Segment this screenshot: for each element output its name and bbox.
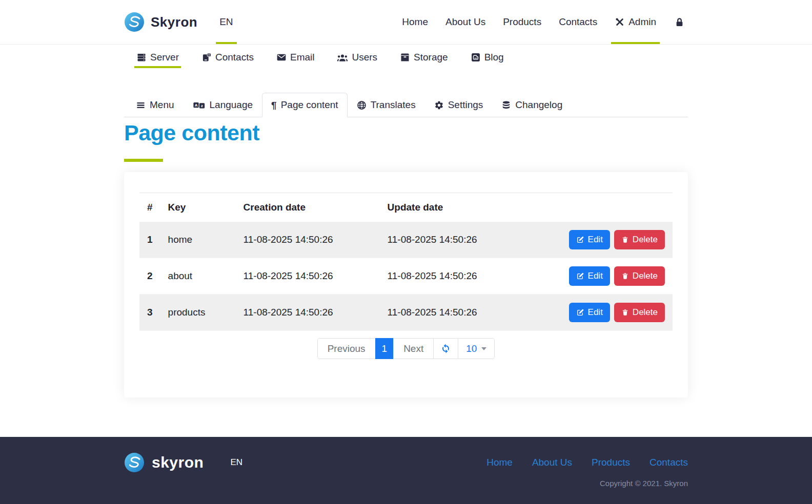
nav-item-home[interactable]: Home bbox=[395, 0, 435, 44]
admin-tabs: Menu A z Language ¶ Page content bbox=[124, 93, 688, 117]
footer-link-about-us[interactable]: About Us bbox=[532, 457, 572, 468]
tools-icon bbox=[615, 17, 625, 27]
footer: skyron EN Home About Us Products Contact… bbox=[0, 437, 812, 504]
trash-icon bbox=[621, 272, 629, 280]
tab-changelog[interactable]: Changelog bbox=[492, 93, 572, 117]
per-page-select[interactable]: 10 bbox=[458, 338, 495, 359]
delete-button[interactable]: Delete bbox=[614, 230, 665, 249]
blog-icon bbox=[471, 52, 481, 62]
refresh-button[interactable] bbox=[433, 338, 458, 359]
edit-pencil-icon bbox=[576, 308, 584, 317]
col-header-num: # bbox=[139, 193, 160, 222]
table-header-row: # Key Creation date Update date bbox=[139, 193, 673, 222]
trash-icon bbox=[621, 308, 629, 317]
table-row: 1 home 11-08-2025 14:50:26 11-08-2025 14… bbox=[139, 222, 673, 258]
col-header-actions bbox=[522, 193, 673, 222]
row-updated: 11-08-2025 14:50:26 bbox=[380, 258, 522, 295]
row-key: products bbox=[160, 295, 236, 331]
row-num: 1 bbox=[139, 222, 160, 258]
svg-text:z: z bbox=[201, 103, 203, 108]
row-key: home bbox=[160, 222, 236, 258]
edit-button[interactable]: Edit bbox=[569, 266, 610, 286]
main-content: Menu A z Language ¶ Page content bbox=[0, 70, 812, 397]
chevron-down-icon bbox=[481, 347, 486, 350]
main-nav: Home About Us Products Contacts A bbox=[395, 0, 688, 44]
svg-text:A: A bbox=[194, 103, 197, 108]
pagination-next[interactable]: Next bbox=[393, 338, 434, 359]
subnav-item-blog[interactable]: Blog bbox=[465, 45, 509, 70]
edit-button[interactable]: Edit bbox=[569, 230, 610, 249]
table-row: 2 about 11-08-2025 14:50:26 11-08-2025 1… bbox=[139, 258, 673, 295]
pagination: Previous 1 Next 10 bbox=[317, 338, 495, 359]
tab-page-content[interactable]: ¶ Page content bbox=[262, 93, 348, 117]
gear-icon bbox=[434, 100, 444, 110]
menu-icon bbox=[136, 100, 146, 110]
users-icon bbox=[337, 52, 348, 62]
footer-brand-logo[interactable]: skyron bbox=[124, 452, 204, 473]
brand-logo[interactable]: Skyron bbox=[124, 12, 197, 32]
subnav-item-contacts[interactable]: Contacts bbox=[196, 45, 259, 70]
contacts-icon bbox=[201, 52, 212, 62]
col-header-created: Creation date bbox=[236, 193, 380, 222]
edit-button[interactable]: Edit bbox=[569, 303, 610, 322]
footer-link-products[interactable]: Products bbox=[592, 457, 630, 468]
footer-link-home[interactable]: Home bbox=[486, 457, 513, 468]
logout-lock-button[interactable] bbox=[667, 0, 688, 44]
subnav-item-storage[interactable]: Storage bbox=[395, 45, 453, 70]
pagination-previous[interactable]: Previous bbox=[317, 338, 376, 359]
row-updated: 11-08-2025 14:50:26 bbox=[380, 222, 522, 258]
row-num: 2 bbox=[139, 258, 160, 295]
col-header-updated: Update date bbox=[380, 193, 522, 222]
subnav-item-server[interactable]: Server bbox=[131, 45, 184, 70]
trash-icon bbox=[621, 236, 629, 244]
delete-button[interactable]: Delete bbox=[614, 266, 665, 286]
storage-icon bbox=[400, 52, 410, 62]
footer-language-switcher[interactable]: EN bbox=[230, 457, 242, 468]
subnav-item-users[interactable]: Users bbox=[332, 45, 382, 70]
nav-item-products[interactable]: Products bbox=[496, 0, 548, 44]
row-num: 3 bbox=[139, 295, 160, 331]
row-created: 11-08-2025 14:50:26 bbox=[236, 222, 380, 258]
tab-translates[interactable]: Translates bbox=[348, 93, 425, 117]
globe-icon bbox=[357, 100, 367, 110]
database-icon bbox=[501, 100, 511, 110]
language-switcher-label: EN bbox=[219, 16, 233, 28]
row-created: 11-08-2025 14:50:26 bbox=[236, 295, 380, 331]
page-title: Page content bbox=[124, 120, 688, 145]
footer-link-contacts[interactable]: Contacts bbox=[649, 457, 688, 468]
tab-language[interactable]: A z Language bbox=[184, 93, 262, 117]
pagination-page-1[interactable]: 1 bbox=[375, 338, 394, 359]
nav-item-about-us[interactable]: About Us bbox=[439, 0, 492, 44]
edit-pencil-icon bbox=[576, 236, 584, 244]
table-row: 3 products 11-08-2025 14:50:26 11-08-202… bbox=[139, 295, 673, 331]
delete-button[interactable]: Delete bbox=[614, 303, 665, 322]
server-icon bbox=[136, 52, 147, 62]
row-key: about bbox=[160, 258, 236, 295]
col-header-key: Key bbox=[160, 193, 236, 222]
footer-brand-name: skyron bbox=[152, 454, 204, 471]
language-switcher[interactable]: EN bbox=[213, 0, 239, 44]
skyron-logo-icon bbox=[124, 12, 145, 32]
language-icon: A z bbox=[193, 100, 206, 110]
copyright-text: Copyright © 2021. Skyron bbox=[124, 479, 688, 488]
lock-icon bbox=[674, 17, 685, 28]
row-updated: 11-08-2025 14:50:26 bbox=[380, 295, 522, 331]
top-navbar: Skyron EN Home About Us Products Contact… bbox=[0, 0, 812, 45]
subnav-item-email[interactable]: Email bbox=[271, 45, 320, 70]
row-created: 11-08-2025 14:50:26 bbox=[236, 258, 380, 295]
title-accent-bar bbox=[124, 159, 163, 162]
skyron-logo-icon bbox=[124, 452, 145, 473]
page-content-table: # Key Creation date Update date 1 home 1… bbox=[139, 193, 673, 331]
edit-pencil-icon bbox=[576, 272, 584, 280]
admin-subnav: Server Contacts Email bbox=[0, 45, 812, 70]
email-icon bbox=[276, 52, 287, 62]
brand-name: Skyron bbox=[151, 14, 197, 30]
per-page-value: 10 bbox=[466, 343, 477, 354]
refresh-icon bbox=[440, 343, 451, 354]
tab-settings[interactable]: Settings bbox=[425, 93, 493, 117]
tab-menu[interactable]: Menu bbox=[127, 93, 184, 117]
pilcrow-icon: ¶ bbox=[271, 100, 277, 110]
nav-item-contacts[interactable]: Contacts bbox=[552, 0, 604, 44]
nav-item-admin[interactable]: Admin bbox=[608, 0, 663, 44]
footer-nav: Home About Us Products Contacts bbox=[486, 457, 688, 468]
